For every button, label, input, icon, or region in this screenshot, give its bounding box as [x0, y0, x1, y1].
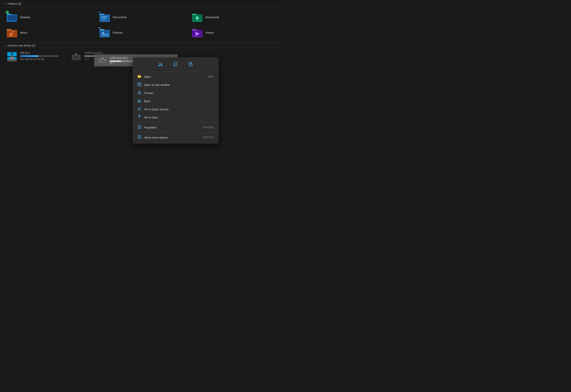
svg-rect-71 [139, 84, 141, 86]
context-menu-show-more[interactable]: Show more options Shift+F10 [134, 133, 217, 141]
svg-rect-47 [101, 60, 105, 62]
context-menu-pin-start[interactable]: Pin to Start [134, 113, 217, 121]
videos-label: Videos [205, 31, 214, 34]
show-more-label: Show more options [144, 136, 168, 139]
svg-point-39 [15, 60, 16, 61]
show-more-icon [137, 135, 142, 140]
svg-rect-32 [13, 52, 17, 56]
folder-item-desktop[interactable]: ✓ Desktop [4, 10, 96, 24]
svg-rect-65 [191, 64, 193, 66]
context-menu-pin-quick-access[interactable]: Pin to Quick access [134, 105, 217, 113]
c-drive-icon [6, 51, 17, 62]
format-label: Format... [144, 91, 155, 95]
open-shortcut: Enter [208, 75, 214, 78]
svg-point-49 [100, 62, 100, 63]
svg-rect-41 [74, 56, 79, 58]
folder-icon-wrapper-downloads [192, 12, 203, 23]
properties-shortcut: Alt+Enter [203, 126, 214, 129]
context-menu-format[interactable]: Format... [134, 89, 217, 97]
folder-item-music[interactable]: Music [4, 25, 96, 40]
cut-icon[interactable] [157, 61, 165, 69]
folder-icon-wrapper-pictures: ☁ [99, 27, 110, 38]
svg-rect-45 [75, 53, 77, 55]
c-drive-bar-container [20, 55, 59, 57]
properties-icon [137, 125, 142, 130]
svg-rect-4 [8, 15, 16, 20]
folder-icon-wrapper-videos [192, 27, 203, 38]
folder-icon-wrapper-documents: ↻ [99, 12, 110, 23]
folders-section-header: ∨ Folders (6) [0, 0, 286, 7]
svg-rect-68 [138, 75, 139, 76]
pin-quick-access-icon [137, 107, 142, 112]
svg-marker-77 [138, 99, 141, 101]
svg-rect-8 [101, 16, 107, 17]
context-menu-separator [133, 122, 218, 123]
usb-storage-bar [110, 60, 121, 62]
context-menu: Open Enter Open in new window [133, 57, 218, 143]
svg-rect-57 [174, 62, 177, 65]
d-drive-icon [71, 51, 82, 62]
svg-rect-69 [138, 76, 141, 77]
folder-item-documents[interactable]: ↻ Documents [97, 10, 189, 24]
d-drive-name: USB Drive (D:) [84, 51, 126, 54]
svg-marker-66 [191, 63, 192, 64]
context-menu-open-new-window[interactable]: Open in new window [134, 81, 217, 89]
context-menu-properties[interactable]: Properties Alt+Enter [134, 123, 217, 131]
svg-rect-16 [7, 29, 12, 30]
pin-quick-access-label: Pin to Quick access [144, 108, 169, 111]
desktop-check-badge: ✓ [6, 11, 9, 14]
svg-rect-12 [192, 14, 197, 15]
eject-label: Eject [144, 99, 150, 103]
svg-point-50 [105, 62, 106, 63]
c-drive-storage-text: 251 GB free of 474 GB [20, 58, 62, 60]
music-folder-icon [6, 27, 17, 38]
folder-item-pictures[interactable]: ☁ Pictures [97, 25, 189, 40]
svg-rect-37 [7, 59, 17, 61]
c-drive-name: OS (C:) [20, 51, 62, 54]
devices-section-header: ∨ Devices and drives (2) [0, 42, 286, 47]
folder-item-videos[interactable]: Videos [189, 25, 281, 40]
c-drive-info: OS (C:) 251 GB free of 474 GB [20, 51, 62, 60]
usb-header-icon [99, 56, 107, 65]
svg-rect-78 [138, 101, 141, 102]
svg-point-19 [10, 34, 11, 35]
pictures-label: Pictures [113, 31, 123, 34]
documents-label: Documents [113, 16, 127, 19]
folder-icon-wrapper-music [6, 27, 17, 38]
svg-marker-75 [139, 91, 140, 92]
svg-rect-31 [7, 52, 12, 56]
format-icon [137, 91, 142, 95]
svg-rect-10 [101, 19, 106, 19]
svg-rect-28 [192, 29, 197, 30]
folders-grid: ✓ Desktop ↻ Documents [0, 7, 286, 42]
context-menu-separator-2 [133, 132, 218, 133]
folder-item-downloads[interactable]: Downloads [189, 10, 281, 24]
open-label: Open [144, 75, 151, 78]
videos-folder-icon [192, 27, 203, 38]
properties-label: Properties [144, 126, 157, 129]
svg-point-44 [79, 59, 80, 60]
downloads-folder-icon [192, 12, 203, 23]
svg-point-43 [72, 59, 73, 60]
copy-icon[interactable] [171, 61, 180, 69]
context-menu-open[interactable]: Open Enter [134, 72, 217, 81]
paste-icon[interactable] [186, 61, 195, 69]
open-new-window-label: Open in new window [144, 83, 170, 86]
folders-chevron-icon: ∨ [4, 2, 6, 5]
pin-start-icon [137, 115, 142, 120]
folders-section-title: Folders (6) [8, 2, 21, 5]
device-item-c-drive[interactable]: OS (C:) 251 GB free of 474 GB [4, 49, 64, 64]
svg-marker-79 [138, 107, 141, 110]
music-label: Music [20, 31, 28, 34]
pin-start-label: Pin to Start [144, 116, 158, 119]
svg-rect-51 [102, 58, 104, 59]
svg-rect-64 [190, 65, 191, 66]
svg-rect-9 [101, 17, 107, 18]
context-menu-eject[interactable]: Eject [134, 97, 217, 105]
open-new-window-icon [137, 83, 142, 87]
desktop-label: Desktop [20, 16, 30, 19]
svg-rect-21 [12, 31, 14, 32]
svg-rect-62 [190, 64, 191, 64]
svg-rect-36 [11, 56, 13, 58]
svg-point-38 [8, 60, 9, 61]
